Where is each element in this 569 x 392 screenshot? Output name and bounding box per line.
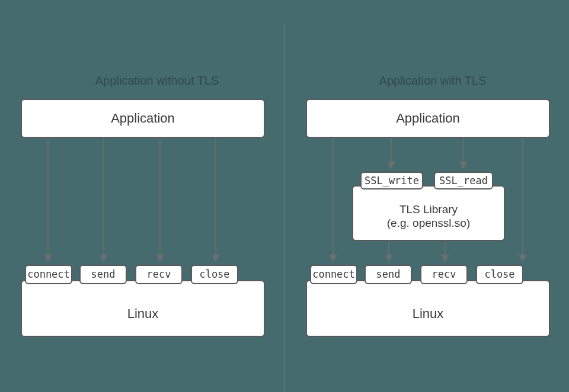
left-linux-label: Linux bbox=[127, 306, 159, 322]
left-title: Application without TLS bbox=[71, 74, 243, 88]
right-tls-func-sslwrite: SSL_write bbox=[360, 172, 423, 189]
center-divider bbox=[284, 24, 285, 392]
right-tls-library-box: TLS Library (e.g. openssl.so) bbox=[352, 185, 505, 241]
right-tls-func-sslread: SSL_read bbox=[434, 172, 493, 189]
right-application-box: Application bbox=[306, 99, 550, 138]
right-application-label: Application bbox=[396, 111, 460, 126]
left-syscall-recv: recv bbox=[135, 265, 183, 284]
right-linux-box: Linux bbox=[306, 280, 550, 337]
right-syscall-close: close bbox=[476, 265, 523, 284]
left-linux-box: Linux bbox=[21, 280, 265, 337]
right-linux-label: Linux bbox=[413, 306, 444, 322]
right-syscall-recv: recv bbox=[420, 265, 468, 284]
right-title: Application with TLS bbox=[356, 74, 510, 88]
right-syscall-connect: connect bbox=[310, 265, 357, 284]
left-syscall-connect: connect bbox=[25, 265, 72, 284]
left-application-label: Application bbox=[111, 111, 175, 126]
right-tls-library-line1: TLS Library bbox=[399, 203, 458, 217]
right-syscall-send: send bbox=[365, 265, 412, 284]
left-application-box: Application bbox=[21, 99, 265, 138]
right-tls-library-line2: (e.g. openssl.so) bbox=[387, 217, 470, 230]
left-syscall-send: send bbox=[79, 265, 127, 284]
left-syscall-close: close bbox=[191, 265, 238, 284]
